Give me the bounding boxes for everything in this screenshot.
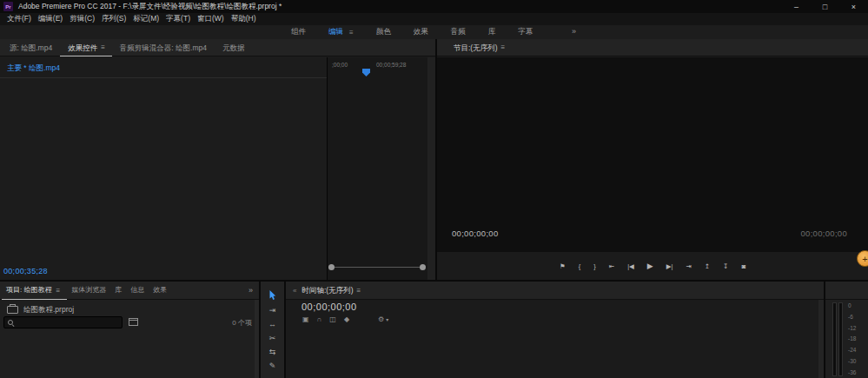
project-item-count: 0 个项 — [232, 318, 252, 328]
program-monitor-content: 00;00;00;00 00;00;00;00 ⚑ { } ⇤ |◀ ▶ ▶| … — [437, 57, 868, 280]
scale-label: 0 — [848, 301, 856, 312]
mark-in-icon[interactable]: { — [579, 262, 581, 270]
effect-controls-panel: 源: 绘图.mp4 效果控件 ≡ 音频剪辑混合器: 绘图.mp4 元数据 主要 … — [0, 39, 435, 280]
panel-menu-icon[interactable]: ≡ — [501, 43, 506, 51]
workspace-titles[interactable]: 字幕 — [518, 27, 533, 37]
scale-label: -18 — [848, 334, 856, 345]
workspace-assembly[interactable]: 组件 — [291, 27, 306, 37]
tab-program-monitor[interactable]: 节目:(无序列) — [446, 39, 501, 56]
panel-collapse-icon[interactable]: « — [288, 287, 300, 295]
add-marker-icon[interactable]: ⚑ — [560, 262, 566, 270]
menu-edit[interactable]: 编辑(E) — [35, 14, 66, 24]
program-tabstrip: 节目:(无序列) ≡ — [437, 39, 868, 56]
effect-controls-mini-timeline[interactable]: ;00;00 00;00;59;28 — [327, 57, 427, 280]
tab-project[interactable]: 项目: 绘图教程 — [2, 282, 56, 299]
tab-audio-clip-mixer[interactable]: 音频剪辑混合器: 绘图.mp4 — [112, 39, 215, 56]
scrollbar[interactable] — [255, 300, 259, 378]
zoom-handle-left[interactable] — [328, 264, 335, 270]
audio-meters-content: 0 -6 -12 -18 -24 -30 -36 — [825, 300, 868, 378]
program-monitor-panel: 节目:(无序列) ≡ 00;00;00;00 00;00;00;00 ⚑ { }… — [437, 39, 868, 280]
workspace-audio[interactable]: 音频 — [451, 27, 466, 37]
step-back-icon[interactable]: |◀ — [627, 262, 634, 270]
premiere-app-icon: Pr — [3, 2, 13, 11]
project-search-box — [3, 316, 123, 328]
menu-titles[interactable]: 字幕(T) — [162, 14, 194, 24]
panel-menu-icon[interactable]: ≡ — [356, 287, 361, 295]
razor-tool[interactable]: ✂ — [269, 334, 276, 342]
zoom-scrollbar[interactable] — [328, 264, 426, 270]
step-forward-icon[interactable]: ▶| — [666, 262, 673, 270]
pen-tool[interactable]: ✎ — [269, 361, 276, 370]
export-frame-icon[interactable]: ◙ — [741, 262, 745, 270]
program-monitor-viewer — [437, 57, 868, 252]
zoom-handle-right[interactable] — [420, 264, 426, 270]
menu-sequence[interactable]: 序列(S) — [98, 14, 129, 24]
timeline-tabstrip: « 时间轴:(无序列) ≡ — [286, 282, 824, 300]
menu-window[interactable]: 窗口(W) — [194, 14, 228, 24]
tab-overflow-icon[interactable]: » — [242, 282, 259, 299]
audio-meters-panel: 0 -6 -12 -18 -24 -30 -36 — [825, 282, 868, 378]
add-marker-icon[interactable]: ◆ — [344, 315, 349, 323]
program-duration-timecode: 00;00;00;00 — [801, 229, 848, 238]
snap-icon[interactable]: ∩ — [317, 315, 322, 323]
panel-menu-icon[interactable]: ≡ — [56, 287, 60, 295]
audio-meter-left-channel — [832, 302, 837, 376]
menu-clip[interactable]: 剪辑(C) — [66, 14, 98, 24]
menu-help[interactable]: 帮助(H) — [228, 14, 260, 24]
workspace-color[interactable]: 颜色 — [376, 27, 391, 37]
lift-icon[interactable]: ↥ — [705, 262, 710, 270]
tools-panel: ⇥ ↔ ✂ ⇆ ✎ — [261, 282, 284, 378]
ruler-tick: 00;00;59;28 — [376, 62, 406, 68]
go-to-out-icon[interactable]: ⇥ — [686, 262, 692, 270]
workspace-libraries[interactable]: 库 — [488, 27, 496, 37]
close-button[interactable]: × — [839, 0, 868, 13]
workspace-menu-icon[interactable]: ≡ — [349, 29, 354, 36]
linked-selection-icon[interactable]: ◫ — [329, 315, 336, 323]
ripple-edit-tool[interactable]: ↔ — [268, 320, 276, 328]
timeline-timecode[interactable]: 00;00;00;00 — [301, 302, 357, 312]
workspace-overflow-icon[interactable]: » — [572, 27, 576, 36]
nest-sequence-icon[interactable]: ▣ — [302, 315, 309, 323]
slip-tool[interactable]: ⇆ — [269, 348, 276, 356]
play-icon[interactable]: ▶ — [647, 262, 653, 270]
menu-bar: 文件(F) 编辑(E) 剪辑(C) 序列(S) 标记(M) 字幕(T) 窗口(W… — [0, 13, 868, 25]
project-search-input[interactable] — [17, 318, 119, 328]
scrollbar[interactable] — [818, 300, 824, 378]
maximize-button[interactable]: □ — [811, 0, 839, 13]
menu-markers[interactable]: 标记(M) — [129, 14, 162, 24]
audio-meter-right-channel — [838, 302, 843, 376]
playhead-marker-icon[interactable] — [362, 69, 370, 76]
search-options-icon[interactable] — [129, 318, 138, 326]
divider — [0, 77, 327, 78]
tab-metadata[interactable]: 元数据 — [215, 39, 253, 56]
workspace-editing[interactable]: 编辑 — [328, 27, 343, 37]
program-position-timecode[interactable]: 00;00;00;00 — [452, 229, 499, 238]
effect-controls-timecode[interactable]: 00;00;35;28 — [3, 267, 48, 275]
tab-libraries[interactable]: 库 — [110, 282, 126, 299]
tab-info[interactable]: 信息 — [126, 282, 149, 299]
workspace-effects[interactable]: 效果 — [414, 27, 428, 37]
minimize-button[interactable]: – — [782, 0, 811, 13]
go-to-in-icon[interactable]: ⇤ — [609, 262, 614, 270]
window-controls: – □ × — [782, 0, 868, 13]
tab-effects[interactable]: 效果 — [149, 282, 171, 299]
tab-media-browser[interactable]: 媒体浏览器 — [67, 282, 110, 299]
tab-timeline[interactable]: 时间轴:(无序列) — [300, 282, 356, 299]
project-file-name[interactable]: 绘图教程.prproj — [23, 305, 74, 315]
selection-tool[interactable] — [268, 290, 276, 301]
zoom-scrollbar-track[interactable] — [332, 267, 422, 268]
tab-source-monitor[interactable]: 源: 绘图.mp4 — [2, 39, 60, 56]
menu-file[interactable]: 文件(F) — [3, 14, 35, 24]
panel-menu-icon[interactable]: ≡ — [101, 43, 105, 51]
timeline-settings-icon[interactable]: ⚙ — [378, 315, 384, 323]
scrollbar[interactable] — [427, 57, 435, 280]
extract-icon[interactable]: ↧ — [723, 262, 728, 270]
track-select-forward-tool[interactable]: ⇥ — [269, 306, 276, 315]
project-panel-content: 绘图教程.prproj 0 个项 — [0, 300, 259, 378]
timeline-panel: « 时间轴:(无序列) ≡ 00;00;00;00 ▣ ∩ ◫ ◆ ⚙ ▾ — [286, 282, 824, 378]
effect-controls-content: 主要 * 绘图.mp4 ;00;00 00;00;59;28 00;00;35;… — [0, 57, 435, 280]
program-transport-controls: ⚑ { } ⇤ |◀ ▶ ▶| ⇥ ↥ ↧ ◙ — [437, 262, 868, 270]
mark-out-icon[interactable]: } — [593, 262, 596, 270]
tab-effect-controls[interactable]: 效果控件 — [60, 39, 101, 56]
button-editor-plus-button[interactable]: + — [857, 250, 868, 267]
